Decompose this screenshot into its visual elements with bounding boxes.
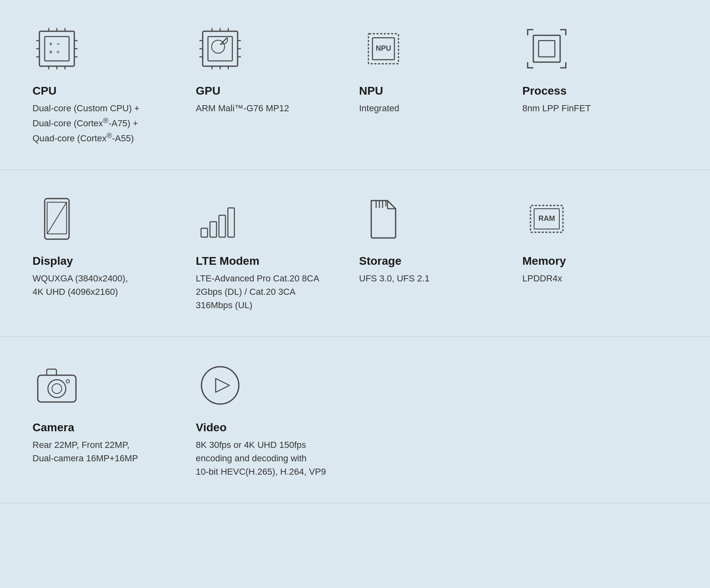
storage-icon	[359, 195, 408, 243]
svg-rect-43	[201, 228, 208, 237]
cpu-icon: + − × ÷	[32, 24, 81, 73]
svg-text:+: +	[49, 41, 52, 47]
svg-text:NPU: NPU	[376, 44, 391, 52]
grid-row-2: Display WQUXGA (3840x2400),4K UHD (4096x…	[32, 195, 678, 312]
camera-icon	[32, 361, 81, 410]
cpu-title: CPU	[32, 84, 56, 97]
video-title: Video	[196, 421, 227, 434]
spec-item-process: Process 8nm LPP FinFET	[522, 24, 678, 145]
svg-rect-46	[228, 208, 234, 237]
spec-item-memory: RAM Memory LPDDR4x	[522, 195, 678, 312]
svg-rect-38	[539, 41, 555, 57]
memory-value: LPDDR4x	[522, 272, 562, 285]
npu-value: Integrated	[359, 102, 399, 115]
npu-icon: NPU	[359, 24, 408, 73]
video-value: 8K 30fps or 4K UHD 150fpsencoding and de…	[196, 438, 326, 478]
storage-title: Storage	[359, 255, 401, 268]
process-icon	[522, 24, 571, 73]
spec-item-display: Display WQUXGA (3840x2400),4K UHD (4096x…	[32, 195, 188, 312]
svg-rect-44	[210, 222, 216, 237]
npu-title: NPU	[359, 84, 383, 97]
storage-value: UFS 3.0, UFS 2.1	[359, 272, 430, 285]
section-3: Camera Rear 22MP, Front 22MP,Dual-camera…	[0, 337, 710, 503]
spec-item-storage: Storage UFS 3.0, UFS 2.1	[359, 195, 514, 312]
section-2: Display WQUXGA (3840x2400),4K UHD (4096x…	[0, 170, 710, 337]
spec-item-gpu: GPU ARM Mali™-G76 MP12	[196, 24, 351, 145]
grid-row-1: + − × ÷ CPU Dual-core (Custom CPU) +Dual…	[32, 24, 678, 145]
camera-value: Rear 22MP, Front 22MP,Dual-camera 16MP+1…	[32, 438, 138, 465]
svg-text:−: −	[56, 41, 60, 47]
gpu-icon	[196, 24, 245, 73]
svg-rect-37	[533, 35, 560, 62]
spec-item-lte: LTE Modem LTE-Advanced Pro Cat.20 8CA2Gb…	[196, 195, 351, 312]
spec-item-camera: Camera Rear 22MP, Front 22MP,Dual-camera…	[32, 361, 188, 478]
section-1: + − × ÷ CPU Dual-core (Custom CPU) +Dual…	[0, 0, 710, 170]
svg-text:×: ×	[49, 49, 52, 55]
svg-rect-45	[219, 215, 225, 237]
svg-marker-61	[216, 378, 229, 392]
svg-point-59	[66, 380, 69, 383]
svg-point-58	[52, 384, 62, 393]
svg-point-57	[48, 380, 66, 398]
svg-text:RAM: RAM	[539, 214, 555, 223]
memory-icon: RAM	[522, 195, 571, 243]
lte-icon	[196, 195, 245, 243]
video-icon	[196, 361, 245, 410]
grid-row-3: Camera Rear 22MP, Front 22MP,Dual-camera…	[32, 361, 678, 478]
display-icon	[32, 195, 81, 243]
gpu-title: GPU	[196, 84, 221, 97]
camera-title: Camera	[32, 421, 74, 434]
lte-title: LTE Modem	[196, 255, 260, 268]
cpu-value: Dual-core (Custom CPU) +Dual-core (Corte…	[32, 102, 139, 145]
process-title: Process	[522, 84, 567, 97]
gpu-value: ARM Mali™-G76 MP12	[196, 102, 289, 115]
svg-text:÷: ÷	[56, 49, 60, 55]
memory-title: Memory	[522, 255, 566, 268]
lte-value: LTE-Advanced Pro Cat.20 8CA2Gbps (DL) / …	[196, 272, 319, 312]
spec-item-npu: NPU NPU Integrated	[359, 24, 514, 145]
display-title: Display	[32, 255, 73, 268]
display-value: WQUXGA (3840x2400),4K UHD (4096x2160)	[32, 272, 128, 298]
svg-point-60	[201, 367, 239, 404]
svg-line-41	[47, 202, 67, 234]
spec-item-cpu: + − × ÷ CPU Dual-core (Custom CPU) +Dual…	[32, 24, 188, 145]
spec-item-video: Video 8K 30fps or 4K UHD 150fpsencoding …	[196, 361, 351, 478]
process-value: 8nm LPP FinFET	[522, 102, 591, 115]
